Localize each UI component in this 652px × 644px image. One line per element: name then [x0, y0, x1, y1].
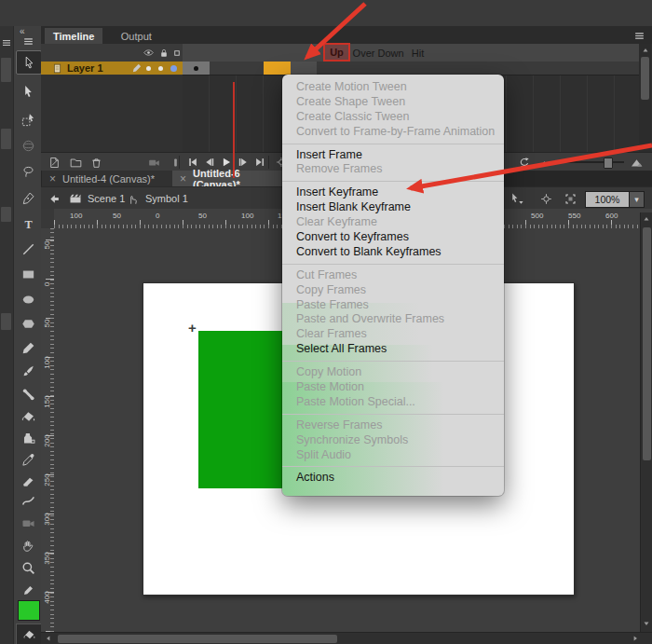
frame-column-label-hit[interactable]: Hit	[404, 46, 431, 60]
layer-row[interactable]: Layer 1	[41, 62, 183, 75]
zoom-tool[interactable]	[16, 556, 40, 579]
docked-panel-grip[interactable]	[1, 129, 11, 149]
menu-separator	[282, 466, 504, 467]
frame-column-label-over[interactable]: Over	[350, 46, 377, 60]
menu-separator	[282, 414, 504, 415]
lasso-tool[interactable]	[16, 160, 40, 183]
back-arrow-icon[interactable]	[47, 191, 61, 206]
menu-item-split-audio: Split Audio	[282, 448, 504, 463]
scroll-down-icon[interactable]	[641, 619, 652, 628]
vertical-scrollbar[interactable]	[640, 212, 652, 632]
eraser-tool[interactable]	[16, 469, 40, 491]
ruler-number: 300	[43, 507, 52, 531]
frame-cell-over[interactable]	[210, 62, 238, 75]
ink-bottle-tool[interactable]	[16, 427, 40, 449]
document-tab[interactable]: ×Untitled-4 (Canvas)*	[42, 171, 173, 186]
eyedropper-tool[interactable]	[16, 448, 40, 471]
lock-layers-icon[interactable]	[156, 46, 170, 60]
scrollbar-thumb[interactable]	[58, 635, 337, 643]
hand-tool[interactable]	[16, 534, 40, 556]
width-tool[interactable]	[16, 489, 40, 512]
layer-name: Layer 1	[67, 62, 103, 74]
menu-item-paste-frames: Paste Frames	[282, 298, 504, 313]
tab-timeline[interactable]: Timeline	[45, 28, 102, 44]
tab-output[interactable]: Output	[113, 28, 160, 44]
scene-breadcrumb[interactable]: Scene 1	[88, 193, 125, 204]
oval-tool[interactable]	[16, 288, 40, 310]
menu-item-convert-to-blank-keyframes[interactable]: Convert to Blank Keyframes	[282, 245, 504, 260]
show-hide-layers-icon[interactable]	[142, 46, 156, 60]
menu-item-insert-blank-keyframe[interactable]: Insert Blank Keyframe	[282, 200, 504, 215]
selection-tool[interactable]	[16, 50, 42, 75]
menu-item-select-all-frames[interactable]: Select All Frames	[282, 342, 504, 357]
timeline-tab-bar: TimelineOutput	[41, 26, 652, 44]
panel-menu-icon[interactable]	[632, 30, 646, 42]
close-tab-icon[interactable]: ×	[180, 172, 186, 185]
docked-panel-grip[interactable]	[1, 207, 11, 222]
timeline-zoom-track[interactable]	[553, 161, 624, 163]
pencil-tool[interactable]	[16, 336, 40, 359]
document-tab[interactable]: ×Untitled-6 (Canvas)*	[172, 171, 290, 186]
center-frame-icon[interactable]	[538, 191, 554, 206]
scroll-right-icon[interactable]	[630, 634, 641, 643]
tools-panel: « T	[13, 26, 43, 644]
scroll-up-icon[interactable]	[641, 214, 652, 224]
new-folder-button[interactable]	[67, 155, 84, 170]
layer-lock-dot[interactable]	[158, 66, 163, 71]
scroll-left-icon[interactable]	[43, 634, 54, 643]
line-tool[interactable]	[16, 238, 40, 260]
scroll-up-icon[interactable]	[639, 46, 651, 55]
frame-cell-hit-selected[interactable]	[264, 62, 291, 75]
frame-cell-up[interactable]	[183, 62, 210, 75]
zoom-level-field[interactable]: 100%	[585, 191, 630, 208]
camera-button[interactable]	[145, 155, 162, 170]
text-tool[interactable]: T	[16, 212, 40, 235]
bone-tool[interactable]	[16, 383, 40, 405]
scrollbar-thumb[interactable]	[643, 227, 651, 460]
timeline-zoom-handle[interactable]	[604, 158, 613, 169]
scrollbar-thumb[interactable]	[641, 57, 649, 100]
horizontal-scrollbar[interactable]	[41, 632, 652, 644]
frame-cell-empty[interactable]	[291, 62, 317, 75]
frame-cells-empty[interactable]	[317, 62, 639, 75]
panel-menu-icon[interactable]	[1, 37, 12, 48]
docked-panel-grip[interactable]	[1, 58, 11, 82]
loop-button[interactable]	[516, 155, 533, 170]
brush-tool[interactable]	[16, 360, 40, 382]
frame-cell-down[interactable]	[237, 62, 265, 75]
layer-outline-color-dot[interactable]	[170, 65, 177, 72]
camera-tool[interactable]	[16, 512, 40, 534]
pen-tool[interactable]	[16, 186, 40, 209]
free-transform-tool[interactable]	[16, 108, 40, 130]
clip-content-icon[interactable]	[563, 191, 578, 206]
marker-button[interactable]	[167, 155, 183, 170]
timeline-scrollbar[interactable]	[639, 44, 651, 152]
ruler-number: 350	[43, 546, 52, 570]
timeline-zoom-out-icon[interactable]	[536, 155, 552, 170]
menu-item-convert-to-keyframes[interactable]: Convert to Keyframes	[282, 230, 504, 245]
menu-item-actions[interactable]: Actions	[282, 471, 504, 486]
3d-rotation-tool[interactable]	[16, 134, 40, 157]
layer-outline-icon[interactable]	[170, 47, 183, 59]
rectangle-tool[interactable]	[16, 263, 40, 285]
panel-menu-icon[interactable]	[21, 35, 34, 47]
stroke-color-swatch[interactable]	[18, 600, 40, 621]
paint-bucket-tool[interactable]	[16, 405, 40, 428]
polystar-tool[interactable]	[16, 312, 40, 335]
symbol-breadcrumb[interactable]: Symbol 1	[145, 193, 188, 204]
close-tab-icon[interactable]: ×	[49, 172, 56, 185]
docked-panel-grip[interactable]	[1, 313, 11, 330]
zoom-dropdown-arrow[interactable]: ▾	[629, 191, 645, 208]
frame-column-label: Down	[377, 48, 403, 59]
frame-column-label-down[interactable]: Down	[377, 46, 404, 60]
menu-item-insert-frame[interactable]: Insert Frame	[282, 148, 504, 163]
playhead[interactable]	[233, 82, 235, 178]
selected-frame-header[interactable]: Up	[323, 43, 350, 62]
timeline-zoom-in-icon[interactable]	[628, 155, 645, 170]
new-layer-button[interactable]	[46, 155, 62, 170]
subselection-tool[interactable]	[16, 80, 40, 103]
layer-visibility-dot[interactable]	[146, 66, 151, 71]
delete-layer-button[interactable]	[88, 155, 104, 170]
edit-symbols-icon[interactable]	[509, 191, 525, 206]
menu-item-insert-keyframe[interactable]: Insert Keyframe	[282, 185, 504, 200]
